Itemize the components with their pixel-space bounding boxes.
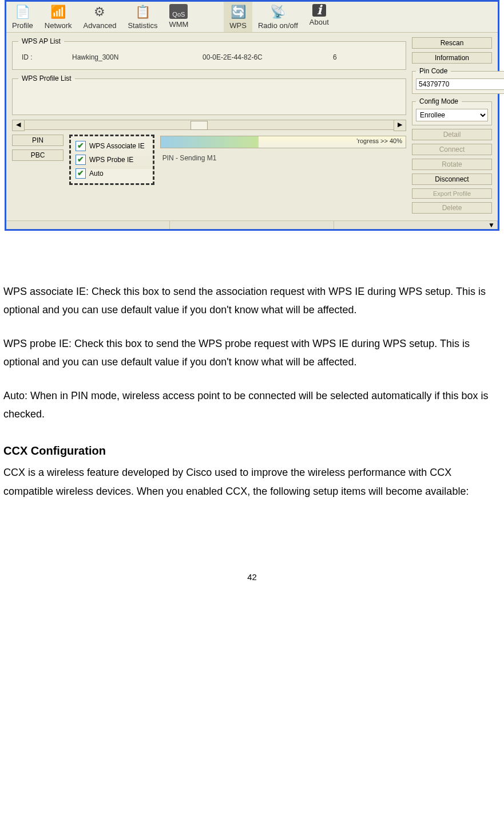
wps-associate-ie-row: ✔ WPS Associate IE [76, 141, 145, 151]
pin-button[interactable]: PIN [12, 135, 64, 146]
wps-ap-list-legend: WPS AP List [18, 37, 64, 45]
connect-button[interactable]: Connect [412, 144, 492, 155]
tab-about-label: About [309, 17, 329, 26]
tab-profile-label: Profile [12, 20, 33, 30]
auto-row: ✔ Auto [76, 168, 145, 179]
wmm-icon: QoS [169, 4, 188, 19]
wps-profile-list-group: WPS Profile List [12, 74, 406, 115]
ap-mac: 00-0E-2E-44-82-6C [203, 53, 317, 61]
config-mode-select[interactable]: Enrollee [416, 109, 488, 121]
ap-list-row[interactable]: ID : Hawking_300N 00-0E-2E-44-82-6C 6 [18, 51, 400, 64]
advanced-icon: ⚙ [84, 4, 117, 20]
rescan-button[interactable]: Rescan [412, 37, 492, 49]
scroll-thumb[interactable] [191, 121, 208, 130]
progress-fill [161, 136, 259, 148]
paragraph-auto: Auto: When in PIN mode, wireless access … [3, 387, 501, 424]
wps-profile-list-legend: WPS Profile List [18, 74, 75, 82]
document-body: WPS associate IE: Check this box to send… [0, 248, 504, 585]
bottom-row: PIN PBC ✔ WPS Associate IE ✔ WPS Probe I… [12, 135, 406, 185]
rotate-button[interactable]: Rotate [412, 159, 492, 170]
side-panel: Rescan Information Pin Code Renew Config… [412, 37, 492, 214]
config-mode-group: Config Mode Enrollee [412, 97, 492, 125]
disconnect-button[interactable]: Disconnect [412, 174, 492, 185]
information-button[interactable]: Information [412, 52, 492, 64]
progress-text: 'rogress >> 40% [356, 137, 402, 144]
pin-pbc-buttons: PIN PBC [12, 135, 64, 185]
profile-icon: 📄 [12, 4, 33, 20]
wps-probe-ie-label: WPS Probe IE [89, 156, 133, 164]
tab-statistics-label: Statistics [128, 20, 157, 30]
tab-radio-label: Radio on/off [258, 20, 298, 30]
ap-id-label: ID : [22, 53, 56, 61]
detail-button[interactable]: Detail [412, 129, 492, 140]
wps-probe-ie-checkbox[interactable]: ✔ [76, 155, 86, 165]
wps-associate-ie-checkbox[interactable]: ✔ [76, 141, 86, 151]
wps-options-group: ✔ WPS Associate IE ✔ WPS Probe IE ✔ Auto [69, 135, 154, 185]
tab-radio[interactable]: 📡 Radio on/off [252, 2, 304, 32]
progress-area: 'rogress >> 40% PIN - Sending M1 [160, 135, 406, 185]
heading-ccx-configuration: CCX Configuration [3, 440, 501, 461]
horizontal-scrollbar[interactable]: ◀ ▶ [12, 120, 406, 130]
tab-wps[interactable]: 🔄 WPS [224, 2, 252, 32]
pin-code-input[interactable] [416, 78, 504, 90]
progress-bar: 'rogress >> 40% [160, 136, 406, 148]
paragraph-wps-probe-ie: WPS probe IE: Check this box to send the… [3, 334, 501, 372]
tab-network-label: Network [45, 20, 72, 30]
tab-network[interactable]: 📶 Network [39, 2, 78, 32]
wps-associate-ie-label: WPS Associate IE [89, 142, 145, 150]
auto-label: Auto [89, 169, 104, 178]
tab-advanced[interactable]: ⚙ Advanced [78, 2, 122, 32]
pbc-button[interactable]: PBC [12, 149, 64, 161]
export-profile-button[interactable]: Export Profile [412, 188, 492, 199]
ap-channel: 6 [333, 53, 367, 61]
pin-code-group: Pin Code Renew [412, 67, 504, 94]
main-panel: WPS AP List ID : Hawking_300N 00-0E-2E-4… [12, 37, 406, 214]
tab-statistics[interactable]: 📋 Statistics [122, 2, 163, 32]
paragraph-ccx: CCX is a wireless feature developed by C… [3, 463, 501, 500]
content-area: WPS AP List ID : Hawking_300N 00-0E-2E-4… [6, 33, 498, 220]
pin-code-legend: Pin Code [416, 67, 451, 75]
radio-icon: 📡 [258, 4, 298, 20]
ap-ssid: Hawking_300N [72, 53, 186, 61]
config-mode-legend: Config Mode [416, 97, 462, 105]
scroll-track[interactable] [25, 120, 394, 130]
paragraph-wps-associate-ie: WPS associate IE: Check this box to send… [3, 282, 501, 320]
about-icon: ℹ [312, 4, 326, 17]
tab-profile[interactable]: 📄 Profile [6, 2, 39, 32]
wps-probe-ie-row: ✔ WPS Probe IE [76, 155, 145, 165]
scroll-right-arrow[interactable]: ▶ [394, 120, 406, 131]
status-bar: ▼ [6, 220, 498, 229]
delete-button[interactable]: Delete [412, 202, 492, 214]
tab-wps-label: WPS [229, 20, 247, 30]
tab-about[interactable]: ℹ About [304, 2, 335, 32]
tab-advanced-label: Advanced [84, 20, 117, 30]
wps-icon: 🔄 [229, 4, 247, 20]
tab-bar: 📄 Profile 📶 Network ⚙ Advanced 📋 Statist… [6, 2, 498, 33]
tab-wmm-label: WMM [169, 19, 188, 29]
auto-checkbox[interactable]: ✔ [76, 168, 86, 179]
profile-list-empty [18, 88, 400, 109]
wps-ap-list-group: WPS AP List ID : Hawking_300N 00-0E-2E-4… [12, 37, 406, 70]
statusbar-drop-arrow[interactable]: ▼ [334, 221, 498, 229]
page-number: 42 [3, 569, 501, 585]
statistics-icon: 📋 [128, 4, 157, 20]
status-text: PIN - Sending M1 [160, 154, 406, 162]
wps-config-window: 📄 Profile 📶 Network ⚙ Advanced 📋 Statist… [5, 0, 499, 231]
scroll-left-arrow[interactable]: ◀ [12, 120, 25, 131]
tab-wmm[interactable]: QoS WMM [163, 2, 194, 32]
network-icon: 📶 [45, 4, 72, 20]
